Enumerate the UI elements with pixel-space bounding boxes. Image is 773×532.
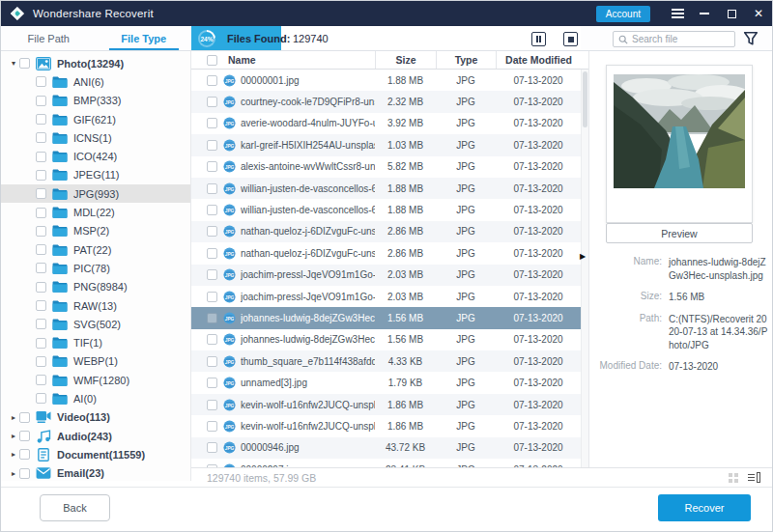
tab-file-type[interactable]: File Type [97, 26, 192, 50]
row-checkbox[interactable] [207, 313, 217, 323]
tree-item[interactable]: ANI(6) [1, 72, 190, 91]
row-checkbox[interactable] [207, 97, 217, 107]
tree-item[interactable]: ICNS(1) [1, 128, 190, 147]
panel-collapse-arrow[interactable]: ▶ [580, 252, 586, 261]
tree-checkbox[interactable] [36, 170, 46, 181]
table-row[interactable]: JPG karl-greif-H5IXIH254AU-unsplash.jpg … [191, 134, 588, 155]
tree-checkbox[interactable] [36, 188, 46, 199]
tree-item[interactable]: ▸ Audio(243) [1, 427, 190, 445]
tree-item[interactable]: WMF(1280) [1, 371, 190, 389]
row-checkbox[interactable] [207, 140, 217, 151]
tree-checkbox[interactable] [36, 393, 46, 404]
row-checkbox[interactable] [207, 161, 217, 172]
tree-item[interactable]: ICO(424) [1, 147, 190, 165]
table-scrollbar[interactable] [581, 70, 588, 467]
tree-checkbox[interactable] [36, 356, 46, 367]
tree-checkbox[interactable] [36, 96, 46, 106]
row-checkbox[interactable] [207, 226, 217, 237]
tree-checkbox[interactable] [36, 226, 46, 237]
table-row[interactable]: JPG thumb_square_e7b114f438afdd40e0... 4… [191, 350, 588, 372]
table-row[interactable]: JPG 00000001.jpg 1.88 MB JPG 07-13-2020 [191, 70, 588, 91]
row-checkbox[interactable] [207, 75, 217, 86]
scrollbar-thumb[interactable] [583, 71, 587, 127]
tree-checkbox[interactable] [36, 244, 46, 255]
list-view-icon[interactable] [748, 472, 760, 483]
tree-caret-icon[interactable]: ▸ [8, 469, 19, 478]
close-button[interactable]: ✕ [745, 1, 772, 26]
table-row[interactable]: JPG kevin-wolf-u16nfw2JUCQ-unsplash.jpg … [191, 394, 588, 415]
tree-checkbox[interactable] [19, 431, 30, 441]
tree-item[interactable]: AI(0) [1, 389, 190, 407]
table-row[interactable]: JPG joachim-pressl-JqeVO91m1Go-unspl... … [191, 265, 588, 286]
preview-button[interactable]: Preview [606, 223, 753, 243]
tree-item[interactable]: ▸ Document(11559) [1, 445, 190, 463]
tree-item[interactable]: JPG(993) [1, 184, 190, 203]
row-checkbox[interactable] [207, 248, 217, 259]
filter-button[interactable] [743, 31, 759, 46]
table-row[interactable]: JPG willian-justen-de-vasconcellos-65Ga.… [191, 178, 588, 199]
column-header-name[interactable]: Name [228, 54, 256, 66]
tree-item[interactable]: TIF(1) [1, 333, 190, 351]
grid-view-icon[interactable] [729, 473, 738, 483]
tree-checkbox[interactable] [36, 114, 46, 125]
row-checkbox[interactable] [207, 400, 217, 410]
table-row[interactable]: JPG nathan-queloz-j-6DIZvguFc-unsplash..… [191, 242, 588, 264]
table-row[interactable]: JPG averie-woodard-4nulm-JUYFo-unspla...… [191, 113, 588, 134]
tree-checkbox[interactable] [36, 282, 46, 293]
tree-caret-icon[interactable]: ▸ [8, 450, 19, 459]
column-header-size[interactable]: Size [375, 51, 436, 69]
tree-item[interactable]: RAW(13) [1, 296, 190, 315]
tab-file-path[interactable]: File Path [1, 26, 97, 50]
tree-checkbox[interactable] [19, 468, 30, 479]
row-checkbox[interactable] [207, 378, 217, 388]
tree-checkbox[interactable] [36, 132, 46, 143]
tree-checkbox[interactable] [19, 449, 30, 460]
tree-item[interactable]: PAT(22) [1, 240, 190, 259]
tree-checkbox[interactable] [19, 412, 30, 423]
tree-item[interactable]: BMP(333) [1, 92, 190, 110]
row-checkbox[interactable] [207, 118, 217, 128]
minimize-button[interactable] [691, 1, 718, 26]
tree-item[interactable]: ▾ Photo(13294) [1, 54, 190, 72]
tree-checkbox[interactable] [36, 152, 46, 162]
table-row[interactable]: JPG johannes-ludwig-8dejZGw3Hec-unsp... … [191, 307, 588, 328]
recover-button[interactable]: Recover [658, 494, 751, 521]
tree-item[interactable]: JPEG(11) [1, 166, 190, 184]
tree-checkbox[interactable] [36, 76, 46, 87]
tree-checkbox[interactable] [36, 375, 46, 385]
tree-checkbox[interactable] [19, 58, 30, 69]
row-checkbox[interactable] [207, 334, 217, 345]
tree-item[interactable]: SVG(502) [1, 315, 190, 333]
account-button[interactable]: Account [596, 6, 650, 22]
tree-item[interactable]: ▸ Email(23) [1, 464, 190, 481]
table-row[interactable]: JPG willian-justen-de-vasconcellos-65Ga.… [191, 199, 588, 220]
table-row[interactable]: JPG joachim-pressl-JqeVO91m1Go-unspl... … [191, 286, 588, 307]
tree-item[interactable]: ▸ Video(113) [1, 408, 190, 427]
tree-item[interactable]: PIC(78) [1, 259, 190, 277]
stop-scan-button[interactable] [563, 32, 578, 46]
tree-checkbox[interactable] [36, 319, 46, 329]
row-checkbox[interactable] [207, 442, 217, 453]
row-checkbox[interactable] [207, 183, 217, 194]
table-row[interactable]: JPG 00000946.jpg 43.72 KB JPG 07-13-2020 [191, 437, 588, 459]
tree-item[interactable]: MSP(2) [1, 222, 190, 240]
table-row[interactable]: JPG 00000297.jpg 23.41 KB JPG 07-13-2020 [191, 459, 588, 467]
row-checkbox[interactable] [207, 292, 217, 302]
table-row[interactable]: JPG alexis-antoine-wvWwltCssr8-unsplas..… [191, 156, 588, 178]
tree-caret-icon[interactable]: ▸ [8, 413, 19, 422]
table-row[interactable]: JPG kevin-wolf-u16nfw2JUCQ-unsplash.jpg … [191, 415, 588, 436]
pause-scan-button[interactable] [531, 32, 546, 46]
tree-checkbox[interactable] [36, 338, 46, 349]
tree-item[interactable]: WEBP(1) [1, 352, 190, 371]
back-button[interactable]: Back [40, 494, 110, 521]
row-checkbox[interactable] [207, 421, 217, 432]
row-checkbox[interactable] [207, 356, 217, 367]
table-row[interactable]: JPG nathan-queloz-j-6DIZvguFc-unsplash..… [191, 221, 588, 242]
tree-checkbox[interactable] [36, 300, 46, 311]
tree-item[interactable]: GIF(621) [1, 110, 190, 128]
tree-item[interactable]: MDL(22) [1, 203, 190, 221]
column-header-type[interactable]: Type [436, 51, 496, 69]
row-checkbox[interactable] [207, 269, 217, 280]
tree-checkbox[interactable] [36, 208, 46, 218]
maximize-button[interactable] [718, 1, 745, 26]
